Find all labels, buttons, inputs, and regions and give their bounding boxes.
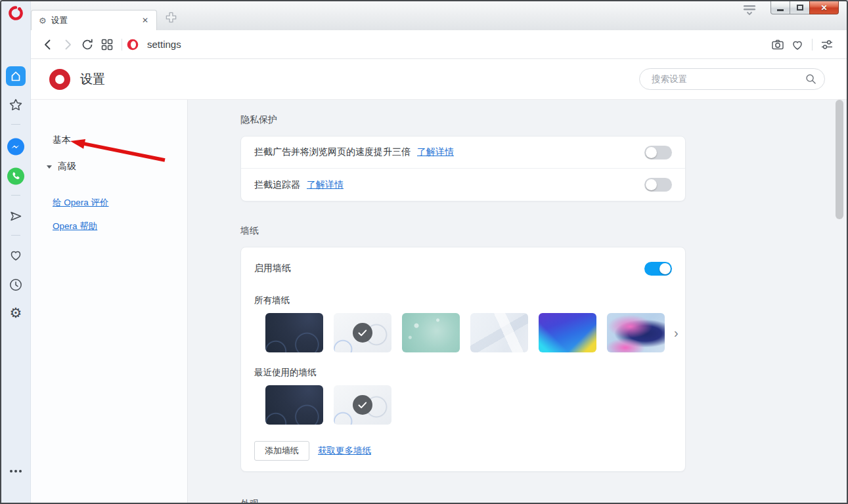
close-icon: ✕ — [820, 4, 827, 12]
tab-gear-icon: ⚙ — [39, 16, 47, 25]
tab-settings[interactable]: ⚙ 设置 ✕ — [31, 10, 157, 30]
messenger-button[interactable] — [7, 138, 25, 156]
maximize-icon — [797, 5, 803, 10]
selected-check-icon — [334, 313, 391, 352]
window-controls: ✕ — [770, 1, 839, 14]
nav-item-advanced[interactable]: 高级 — [41, 161, 187, 173]
get-more-wallpapers-link[interactable]: 获取更多墙纸 — [318, 445, 371, 457]
wallpaper-thumb-dark-navy[interactable] — [265, 313, 323, 352]
minimize-button[interactable] — [770, 1, 790, 14]
close-button[interactable]: ✕ — [809, 1, 839, 14]
enable-wallpaper-row: 启用墙纸 — [254, 257, 672, 280]
heart-icon — [790, 37, 805, 52]
wallpaper-thumb-blue-geometric[interactable] — [539, 313, 596, 352]
browser-toolbar: settings — [31, 30, 847, 59]
scrollbar[interactable] — [836, 100, 843, 219]
speed-dial-tiles-button[interactable] — [97, 35, 117, 54]
settings-header: 设置 — [31, 59, 847, 100]
personal-news-button[interactable] — [8, 247, 24, 263]
settings-main: 隐私保护 拦截广告并将浏览网页的速度提升三倍 了解详情 拦截追踪器 了解详情 墙… — [188, 100, 847, 503]
star-icon — [8, 97, 24, 113]
back-icon — [41, 37, 55, 52]
forward-icon — [60, 37, 75, 52]
annotation-arrow — [31, 100, 188, 205]
page-title: 设置 — [80, 71, 105, 88]
easy-setup-button[interactable] — [817, 35, 837, 54]
reload-icon — [80, 37, 95, 52]
snapshot-button[interactable] — [768, 35, 788, 54]
wallpaper-thumb-light-polygon[interactable] — [470, 313, 528, 352]
opera-logo-icon — [49, 69, 70, 90]
sidebar-more-button[interactable] — [10, 470, 22, 472]
browser-window: ⚙ ⚙ 设置 ✕ — [0, 0, 848, 504]
privacy-card: 拦截广告并将浏览网页的速度提升三倍 了解详情 拦截追踪器 了解详情 — [240, 136, 686, 201]
tab-close-icon[interactable]: ✕ — [139, 14, 151, 26]
recent-wallpapers-row — [265, 385, 672, 425]
search-box[interactable] — [639, 68, 825, 90]
privacy-heading: 隐私保护 — [240, 114, 847, 126]
toolbar-divider — [812, 39, 813, 51]
history-button[interactable] — [8, 277, 24, 293]
minimize-icon — [777, 9, 784, 11]
sliders-icon — [820, 37, 834, 52]
forward-button[interactable] — [58, 35, 78, 54]
wallpaper-thumb-light-curves-selected[interactable] — [334, 385, 391, 425]
wallpaper-thumb-dark-navy[interactable] — [265, 385, 323, 425]
title-bar: ⚙ 设置 ✕ ✕ — [31, 1, 847, 30]
tab-title: 设置 — [51, 15, 139, 26]
chevron-right-icon[interactable]: › — [674, 326, 679, 339]
maximize-button[interactable] — [790, 1, 809, 14]
back-button[interactable] — [38, 35, 58, 54]
reload-button[interactable] — [78, 35, 97, 54]
my-flow-button[interactable] — [8, 208, 24, 224]
send-icon — [8, 208, 24, 224]
settings-nav: 基本 高级 给 Opera 评价 Opera 帮助 — [31, 100, 188, 503]
tracker-blocker-toggle[interactable] — [644, 178, 672, 192]
caret-down-icon — [47, 165, 52, 169]
search-input[interactable] — [650, 74, 805, 85]
bookmarks-button[interactable] — [8, 97, 24, 113]
new-tab-button[interactable] — [165, 11, 177, 26]
opera-badge-icon — [127, 39, 139, 51]
selected-check-icon — [334, 385, 391, 425]
whatsapp-button[interactable] — [7, 167, 25, 185]
whatsapp-icon — [7, 167, 25, 185]
tracker-blocker-row: 拦截追踪器 了解详情 — [241, 169, 685, 201]
all-wallpapers-row: › — [265, 313, 672, 352]
rate-opera-link[interactable]: 给 Opera 评价 — [53, 197, 187, 209]
ellipsis-icon — [10, 470, 12, 472]
learn-more-link[interactable]: 了解详情 — [307, 179, 344, 191]
all-wallpapers-label: 所有墙纸 — [254, 295, 672, 306]
search-icon — [805, 74, 816, 85]
camera-icon — [770, 37, 785, 52]
tab-menu-icon[interactable] — [742, 4, 757, 18]
add-wallpaper-button[interactable]: 添加墙纸 — [254, 441, 309, 461]
plus-icon — [165, 11, 177, 24]
wallpaper-thumb-light-curves-selected[interactable] — [334, 313, 391, 352]
learn-more-link[interactable]: 了解详情 — [417, 146, 454, 158]
sidebar-divider — [11, 124, 20, 125]
recent-wallpapers-label: 最近使用的墙纸 — [254, 367, 672, 379]
ad-blocker-row: 拦截广告并将浏览网页的速度提升三倍 了解详情 — [241, 136, 685, 169]
wallpaper-thumb-teal-bubbles[interactable] — [402, 313, 460, 352]
toolbar-divider — [122, 39, 122, 51]
wallpaper-card: 启用墙纸 所有墙纸 — [240, 247, 686, 472]
opera-help-link[interactable]: Opera 帮助 — [53, 220, 187, 232]
sidebar-divider — [11, 195, 20, 196]
gear-icon: ⚙ — [10, 306, 22, 320]
ad-blocker-toggle[interactable] — [644, 146, 672, 159]
enable-wallpaper-toggle[interactable] — [644, 262, 672, 276]
address-text: settings — [147, 39, 181, 50]
home-icon — [6, 66, 26, 86]
wallpaper-thumb-color-swirl[interactable] — [607, 313, 665, 352]
opera-menu-icon[interactable] — [9, 6, 23, 23]
tiles-icon — [100, 37, 114, 52]
speed-dial-button[interactable] — [6, 66, 26, 86]
nav-item-basic[interactable]: 基本 — [53, 135, 71, 146]
messenger-icon — [7, 138, 25, 156]
appearance-heading: 外观 — [240, 498, 847, 503]
bookmark-page-button[interactable] — [788, 35, 807, 54]
sidebar-divider — [11, 235, 20, 236]
settings-button[interactable]: ⚙ — [10, 306, 22, 320]
heart-icon — [8, 247, 24, 263]
